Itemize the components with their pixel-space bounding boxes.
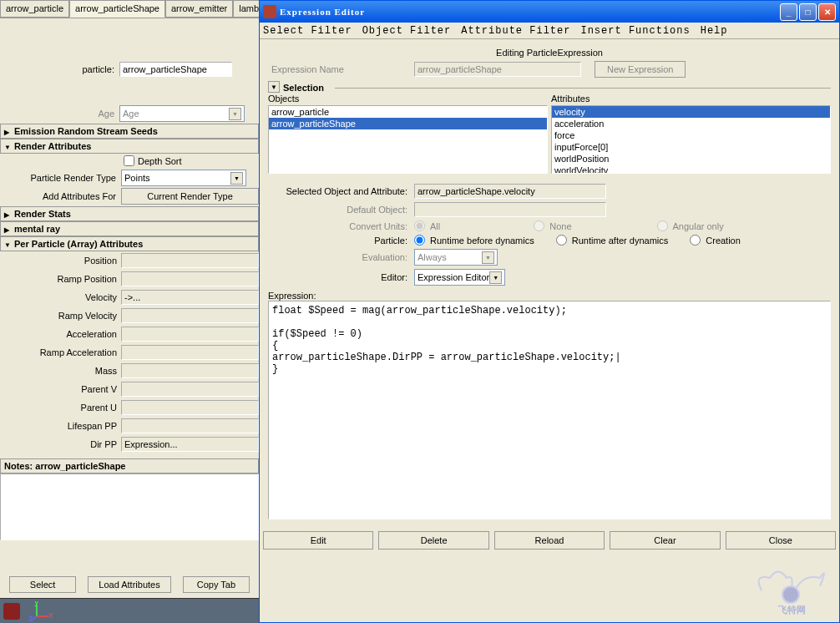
list-item[interactable]: acceleration xyxy=(552,118,830,129)
attr-ramp-acceleration-input[interactable] xyxy=(121,345,259,360)
particle-name-input[interactable] xyxy=(119,62,232,77)
creation-radio[interactable] xyxy=(690,235,701,246)
age-dropdown[interactable]: Age▼ xyxy=(119,105,245,122)
attr-parent-v-label: Parent V xyxy=(0,384,121,394)
list-item[interactable]: worldPosition xyxy=(552,153,830,165)
attr-ramp-acceleration-label: Ramp Acceleration xyxy=(0,347,121,357)
expression-label: Expression: xyxy=(268,291,831,301)
menu-select-filter[interactable]: Select Filter xyxy=(263,25,352,37)
runtime-before-radio[interactable] xyxy=(414,235,425,246)
svg-text:x: x xyxy=(48,610,53,620)
list-item[interactable]: worldVelocity xyxy=(552,165,830,174)
delete-button[interactable]: Delete xyxy=(378,531,488,550)
edit-button[interactable]: Edit xyxy=(263,531,373,550)
attr-position-label: Position xyxy=(0,256,121,266)
editing-label: Editing ParticleExpression xyxy=(268,48,831,58)
particle-render-type-dropdown[interactable]: Points▼ xyxy=(121,170,246,186)
attr-position-input[interactable] xyxy=(121,253,259,268)
evaluation-dropdown: Always▼ xyxy=(414,249,498,266)
particle-timing-label: Particle: xyxy=(268,236,414,246)
window-title: Expression Editor xyxy=(280,7,780,17)
attr-acceleration-input[interactable] xyxy=(121,327,259,342)
expression-name-label: Expression Name xyxy=(268,64,414,74)
attr-ramp-velocity-label: Ramp Velocity xyxy=(0,311,121,321)
depth-sort-label: Depth Sort xyxy=(138,156,182,166)
close-button[interactable]: Close xyxy=(726,531,836,550)
particle-render-type-label: Particle Render Type xyxy=(0,173,121,183)
attr-ramp-position-input[interactable] xyxy=(121,271,259,286)
section-emission-seeds[interactable]: Emission Random Stream Seeds xyxy=(0,124,259,139)
new-expression-button[interactable]: New Expression xyxy=(595,61,686,78)
attributes-listbox[interactable]: velocity acceleration force inputForce[0… xyxy=(551,105,831,174)
axis-gizmo-icon: yxz xyxy=(28,601,53,621)
selected-obj-attr-label: Selected Object and Attribute: xyxy=(268,186,414,196)
list-item[interactable]: force xyxy=(552,129,830,141)
maya-icon xyxy=(3,603,20,620)
runtime-after-radio[interactable] xyxy=(556,235,567,246)
default-object-label: Default Object: xyxy=(268,205,414,215)
attr-acceleration-label: Acceleration xyxy=(0,329,121,339)
menu-object-filter[interactable]: Object Filter xyxy=(362,25,452,37)
selected-obj-attr-input[interactable] xyxy=(414,184,606,199)
section-mental-ray[interactable]: mental ray xyxy=(0,221,259,236)
load-attributes-button[interactable]: Load Attributes xyxy=(88,576,170,593)
notes-header: Notes: arrow_particleShape xyxy=(0,458,259,474)
list-item[interactable]: arrow_particleShape xyxy=(269,118,547,129)
attr-mass-input[interactable] xyxy=(121,363,259,378)
tab-arrow-particle[interactable]: arrow_particle xyxy=(0,0,69,18)
expression-textarea[interactable]: float $Speed = mag(arrow_particleShape.v… xyxy=(268,301,831,519)
copy-tab-button[interactable]: Copy Tab xyxy=(183,576,250,593)
minimize-button[interactable]: _ xyxy=(780,3,797,21)
objects-listbox[interactable]: arrow_particle arrow_particleShape xyxy=(268,105,548,174)
convert-none-radio xyxy=(534,220,544,231)
list-item[interactable]: velocity xyxy=(552,106,830,118)
section-render-attributes[interactable]: Render Attributes xyxy=(0,139,259,154)
reload-button[interactable]: Reload xyxy=(494,531,605,550)
menu-attribute-filter[interactable]: Attribute Filter xyxy=(461,25,570,37)
menu-help[interactable]: Help xyxy=(701,25,728,37)
attr-lifespan-pp-input[interactable] xyxy=(121,418,259,433)
expression-name-input[interactable] xyxy=(414,62,581,77)
editor-dropdown[interactable]: Expression Editor▼ xyxy=(414,269,505,286)
svg-text:z: z xyxy=(28,613,33,621)
clear-button[interactable]: Clear xyxy=(610,531,720,550)
attr-parent-u-label: Parent U xyxy=(0,403,121,413)
convert-all-radio xyxy=(414,220,425,231)
svg-text:y: y xyxy=(34,601,39,606)
list-item[interactable]: inputForce[0] xyxy=(552,141,830,153)
list-item[interactable]: arrow_particle xyxy=(269,106,547,118)
depth-sort-checkbox[interactable] xyxy=(124,155,134,166)
objects-label: Objects xyxy=(268,94,548,104)
attr-ramp-velocity-input[interactable] xyxy=(121,308,259,323)
tab-arrow-particle-shape[interactable]: arrow_particleShape xyxy=(69,0,165,18)
default-object-input xyxy=(414,202,606,217)
select-button[interactable]: Select xyxy=(9,576,76,593)
attr-dir-pp-label: Dir PP xyxy=(0,439,121,449)
attribute-tabs: arrow_particle arrow_particleShape arrow… xyxy=(0,0,259,18)
section-per-particle-attributes[interactable]: Per Particle (Array) Attributes xyxy=(0,236,259,251)
attr-parent-u-input[interactable] xyxy=(121,400,259,415)
menubar: Select Filter Object Filter Attribute Fi… xyxy=(260,23,839,39)
attr-parent-v-input[interactable] xyxy=(121,382,259,397)
attr-ramp-position-label: Ramp Position xyxy=(0,274,121,284)
attr-dir-pp-input[interactable] xyxy=(121,437,259,452)
maximize-button[interactable]: □ xyxy=(799,3,817,21)
selection-collapse-button[interactable]: ▼ xyxy=(268,81,280,93)
convert-angular-radio xyxy=(657,220,668,231)
status-bar: yxz xyxy=(0,598,259,623)
notes-textarea[interactable] xyxy=(0,474,259,540)
attributes-label: Attributes xyxy=(551,94,831,104)
attr-mass-label: Mass xyxy=(0,366,121,376)
current-render-type-button[interactable]: Current Render Type xyxy=(121,188,259,205)
age-label: Age xyxy=(0,109,119,119)
attr-velocity-input[interactable] xyxy=(121,290,259,305)
convert-units-label: Convert Units: xyxy=(268,221,414,231)
menu-insert-functions[interactable]: Insert Functions xyxy=(580,25,690,37)
titlebar[interactable]: Expression Editor _ □ ✕ xyxy=(260,1,839,23)
add-attributes-for-label: Add Attributes For xyxy=(0,191,121,201)
attr-lifespan-pp-label: Lifespan PP xyxy=(0,421,121,431)
section-render-stats[interactable]: Render Stats xyxy=(0,206,259,221)
close-window-button[interactable]: ✕ xyxy=(818,3,836,21)
app-icon xyxy=(263,5,276,18)
tab-arrow-emitter[interactable]: arrow_emitter xyxy=(165,0,233,18)
